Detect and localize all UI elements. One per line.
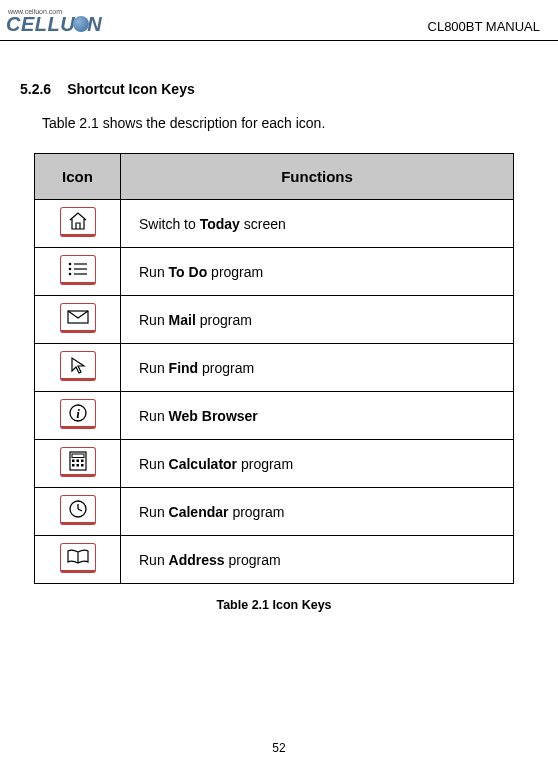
logo-text-post: N: [87, 13, 102, 35]
intro-text: Table 2.1 shows the description for each…: [42, 115, 528, 131]
func-cell: Run Mail program: [121, 296, 514, 344]
cursor-icon: [60, 351, 96, 381]
icon-cell: [35, 200, 121, 248]
svg-rect-10: [72, 454, 84, 458]
logo-text-pre: CELLU: [6, 13, 75, 35]
document-title: CL800BT MANUAL: [428, 19, 540, 36]
svg-rect-12: [76, 459, 79, 462]
func-post: program: [229, 504, 285, 520]
header-icon: Icon: [35, 154, 121, 200]
home-icon: [60, 207, 96, 237]
icon-cell: i: [35, 392, 121, 440]
func-cell: Run Web Browser: [121, 392, 514, 440]
table-row: Run Calendar program: [35, 488, 514, 536]
func-bold: Calendar: [169, 504, 229, 520]
page-header: www.celluon.com CELLUN CL800BT MANUAL: [0, 0, 558, 41]
func-cell: Run Calendar program: [121, 488, 514, 536]
func-cell: Switch to Today screen: [121, 200, 514, 248]
section-heading: 5.2.6Shortcut Icon Keys: [20, 81, 528, 97]
clock-icon: [60, 495, 96, 525]
svg-text:i: i: [76, 406, 80, 421]
func-pre: Run: [139, 504, 169, 520]
svg-rect-15: [76, 464, 79, 467]
svg-line-19: [78, 509, 82, 511]
table-row: Switch to Today screen: [35, 200, 514, 248]
func-post: program: [198, 360, 254, 376]
icon-keys-table: Icon Functions Switch to Today screen: [34, 153, 514, 584]
svg-point-2: [68, 267, 71, 270]
svg-rect-14: [72, 464, 75, 467]
logo-orb-icon: [73, 16, 89, 32]
table-header-row: Icon Functions: [35, 154, 514, 200]
func-bold: Today: [200, 216, 240, 232]
func-pre: Run: [139, 360, 169, 376]
func-bold: Web Browser: [169, 408, 258, 424]
svg-point-4: [68, 272, 71, 275]
func-pre: Run: [139, 312, 169, 328]
mail-icon: [60, 303, 96, 333]
svg-rect-13: [81, 459, 84, 462]
section-title: Shortcut Icon Keys: [67, 81, 195, 97]
list-icon: [60, 255, 96, 285]
func-post: program: [237, 456, 293, 472]
func-pre: Run: [139, 408, 169, 424]
page-number: 52: [0, 741, 558, 755]
func-pre: Switch to: [139, 216, 200, 232]
icon-cell: [35, 536, 121, 584]
svg-point-0: [68, 262, 71, 265]
func-cell: Run To Do program: [121, 248, 514, 296]
logo: www.celluon.com CELLUN: [6, 8, 102, 36]
func-bold: To Do: [169, 264, 208, 280]
table-caption: Table 2.1 Icon Keys: [20, 598, 528, 612]
calculator-icon: [60, 447, 96, 477]
icon-cell: [35, 344, 121, 392]
table-row: i Run Web Browser: [35, 392, 514, 440]
table-row: Run To Do program: [35, 248, 514, 296]
content-area: 5.2.6Shortcut Icon Keys Table 2.1 shows …: [0, 41, 558, 612]
section-number: 5.2.6: [20, 81, 51, 97]
logo-text: CELLUN: [6, 13, 102, 36]
icon-cell: [35, 296, 121, 344]
info-icon: i: [60, 399, 96, 429]
func-cell: Run Address program: [121, 536, 514, 584]
func-pre: Run: [139, 552, 169, 568]
func-post: program: [207, 264, 263, 280]
func-cell: Run Calculator program: [121, 440, 514, 488]
func-pre: Run: [139, 456, 169, 472]
table-row: Run Mail program: [35, 296, 514, 344]
svg-rect-11: [72, 459, 75, 462]
table-row: Run Address program: [35, 536, 514, 584]
func-bold: Calculator: [169, 456, 237, 472]
svg-rect-16: [81, 464, 84, 467]
func-bold: Address: [169, 552, 225, 568]
table-row: Run Calculator program: [35, 440, 514, 488]
book-icon: [60, 543, 96, 573]
func-pre: Run: [139, 264, 169, 280]
func-bold: Mail: [169, 312, 196, 328]
icon-cell: [35, 488, 121, 536]
icon-cell: [35, 248, 121, 296]
header-functions: Functions: [121, 154, 514, 200]
func-cell: Run Find program: [121, 344, 514, 392]
func-bold: Find: [169, 360, 199, 376]
func-post: program: [225, 552, 281, 568]
func-post: program: [196, 312, 252, 328]
func-post: screen: [240, 216, 286, 232]
table-row: Run Find program: [35, 344, 514, 392]
icon-cell: [35, 440, 121, 488]
